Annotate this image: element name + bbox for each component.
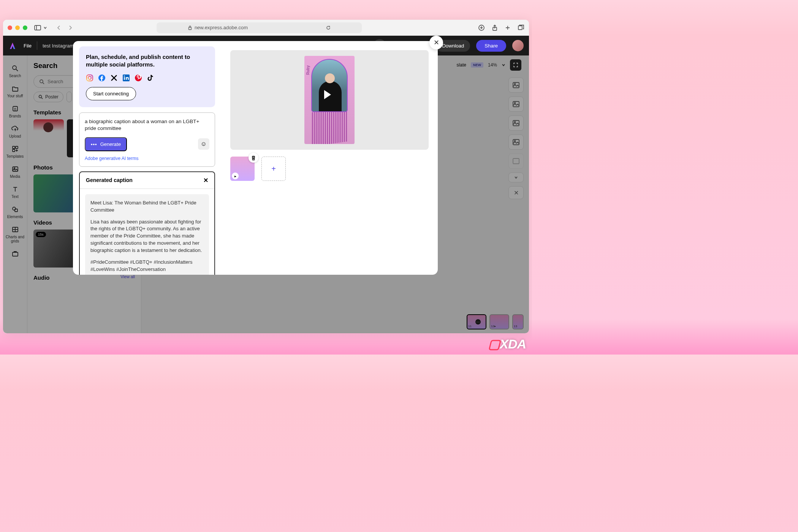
close-caption-button[interactable]: ✕	[203, 177, 208, 184]
instagram-icon	[86, 74, 93, 82]
caption-line-2: Lisa has always been passionate about fi…	[90, 218, 204, 254]
modal-left-pane: Plan, schedule, and publish content to m…	[73, 41, 221, 275]
back-icon[interactable]	[56, 25, 62, 30]
pinterest-icon	[135, 74, 142, 82]
schedule-modal: ✕ Plan, schedule, and publish content to…	[73, 41, 438, 275]
browser-titlebar: new.express.adobe.com	[3, 20, 529, 36]
facebook-icon	[98, 74, 106, 82]
start-connecting-button[interactable]: Start connecting	[86, 87, 136, 100]
prompt-textarea[interactable]: a biographic caption about a woman on an…	[85, 118, 209, 132]
caption-text[interactable]: Meet Lisa: The Woman Behind the LGBT+ Pr…	[85, 194, 209, 275]
lock-icon	[188, 25, 192, 30]
media-thumb[interactable]: ▸	[230, 157, 255, 181]
window-controls	[8, 25, 27, 30]
x-twitter-icon	[110, 74, 118, 82]
svg-rect-52	[124, 77, 125, 80]
watermark: ▢XDA	[488, 336, 526, 352]
svg-point-49	[91, 76, 92, 76]
prompt-card: a biographic caption about a woman on an…	[79, 112, 215, 167]
chevron-down-icon[interactable]	[43, 26, 47, 30]
share-button[interactable]: Share	[476, 40, 506, 52]
generated-caption-card: Generated caption ✕ Meet Lisa: The Woman…	[79, 171, 215, 275]
generated-caption-title: Generated caption	[86, 177, 133, 183]
svg-point-53	[124, 75, 125, 76]
svg-rect-2	[188, 27, 191, 30]
add-media-button[interactable]: +	[261, 157, 286, 181]
new-tab-icon[interactable]	[505, 25, 511, 31]
ai-terms-link[interactable]: Adobe generative AI terms	[85, 156, 209, 161]
forward-icon[interactable]	[68, 25, 73, 30]
separator	[37, 41, 37, 50]
adobe-express-logo-icon[interactable]	[8, 41, 17, 50]
linkedin-icon	[122, 74, 130, 82]
video-badge-icon: ▸	[232, 173, 239, 179]
file-menu[interactable]: File	[24, 43, 32, 49]
play-icon[interactable]	[324, 90, 331, 99]
story-preview: Ruby	[230, 50, 429, 150]
story-card[interactable]: Ruby	[304, 56, 355, 144]
download-icon[interactable]	[478, 24, 485, 31]
connect-card: Plan, schedule, and publish content to m…	[79, 46, 215, 107]
close-window-icon[interactable]	[8, 25, 12, 30]
url-text: new.express.adobe.com	[195, 25, 248, 30]
close-modal-button[interactable]: ✕	[429, 36, 443, 49]
delete-media-button[interactable]	[249, 153, 258, 163]
tiktok-icon	[147, 74, 154, 82]
caption-line-1: Meet Lisa: The Woman Behind the LGBT+ Pr…	[90, 200, 204, 214]
sidebar-toggle[interactable]	[34, 25, 47, 30]
svg-point-48	[88, 76, 91, 79]
reload-icon[interactable]	[326, 25, 331, 30]
url-bar[interactable]: new.express.adobe.com	[157, 22, 362, 33]
loading-dots-icon: •••	[91, 141, 97, 147]
media-row: ▸ +	[230, 157, 429, 181]
user-avatar[interactable]	[512, 40, 524, 51]
modal-right-pane: Ruby ▸ +	[221, 41, 438, 275]
maximize-window-icon[interactable]	[23, 25, 27, 30]
svg-rect-0	[35, 25, 41, 30]
emoji-button[interactable]: ☺	[198, 138, 209, 150]
generate-button[interactable]: •••Generate	[85, 137, 127, 151]
tabs-icon[interactable]	[518, 24, 524, 31]
social-icons-row	[86, 74, 208, 82]
share-icon[interactable]	[492, 24, 498, 31]
svg-rect-9	[518, 26, 522, 30]
connect-heading: Plan, schedule, and publish content to m…	[86, 53, 208, 69]
minimize-window-icon[interactable]	[15, 25, 20, 30]
story-label: Ruby	[306, 65, 310, 75]
caption-hashtags: #PrideCommittee #LGBTQ+ #InclusionMatter…	[90, 259, 204, 273]
